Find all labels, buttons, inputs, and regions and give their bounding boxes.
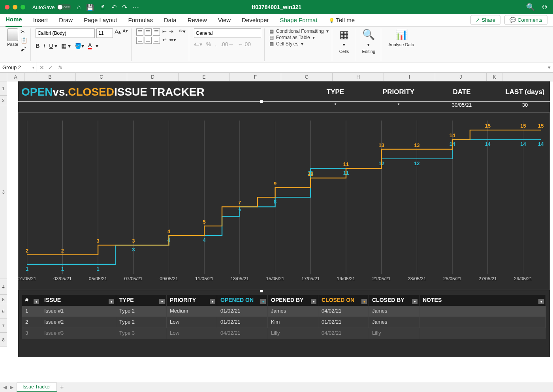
- border-button[interactable]: ▦ ▾: [61, 43, 71, 49]
- table-cell[interactable]: Kim: [268, 317, 318, 328]
- font-size-select[interactable]: [96, 28, 113, 38]
- table-header-cell[interactable]: CLOSED BY: [369, 295, 419, 306]
- tab-view[interactable]: View: [218, 14, 231, 26]
- comments-button[interactable]: 💬 Comments: [504, 15, 547, 25]
- table-cell[interactable]: 1: [22, 306, 41, 317]
- conditional-formatting-button[interactable]: ▦ Conditional Formatting ▾: [269, 28, 329, 34]
- tab-draw[interactable]: Draw: [59, 14, 73, 26]
- search-icon[interactable]: 🔍: [526, 3, 535, 11]
- home-icon[interactable]: ⌂: [77, 4, 81, 11]
- tab-tell-me[interactable]: Tell me: [329, 14, 355, 26]
- tab-developer[interactable]: Developer: [242, 14, 269, 26]
- table-header-cell[interactable]: OPENED ON: [217, 295, 268, 306]
- save-icon[interactable]: 💾: [86, 4, 94, 11]
- underline-button[interactable]: U ▾: [49, 43, 57, 49]
- share-button[interactable]: ↗ Share: [470, 15, 500, 25]
- comma-icon[interactable]: ,: [215, 41, 216, 47]
- alignment-grid[interactable]: [136, 28, 160, 44]
- number-format-select[interactable]: [194, 28, 261, 38]
- tab-review[interactable]: Review: [188, 14, 207, 26]
- table-header-cell[interactable]: NOTES: [419, 295, 546, 306]
- filter-value-type[interactable]: *: [314, 102, 357, 111]
- cell-styles-button[interactable]: ▦ Cell Styles ▾: [269, 41, 329, 47]
- sheet-tab-issue-tracker[interactable]: Issue Tracker: [17, 383, 57, 392]
- analyse-data-button[interactable]: 📊Analyse Data: [386, 28, 416, 47]
- decrease-indent-icon[interactable]: ⇤: [162, 28, 167, 34]
- decrease-decimal-icon[interactable]: ←.00: [238, 41, 251, 47]
- table-cell[interactable]: 01/02/21: [217, 306, 268, 317]
- sheet-nav-next[interactable]: ▶: [10, 384, 13, 390]
- tab-insert[interactable]: Insert: [33, 14, 48, 26]
- table-cell[interactable]: [419, 306, 546, 317]
- add-sheet-button[interactable]: +: [60, 384, 64, 391]
- tab-formulas[interactable]: Formulas: [128, 14, 153, 26]
- orientation-icon[interactable]: ᵃᵇ▾: [179, 28, 186, 34]
- filter-value-priority[interactable]: *: [377, 102, 420, 111]
- sheet-nav-prev[interactable]: ◀: [3, 384, 7, 390]
- cells-button[interactable]: ▦▾Cells: [337, 28, 352, 54]
- table-cell[interactable]: [419, 317, 546, 328]
- zoom-window[interactable]: [21, 5, 25, 9]
- table-header-cell[interactable]: ISSUE: [41, 295, 116, 306]
- table-cell[interactable]: [419, 328, 546, 339]
- cancel-formula-icon[interactable]: ✕: [40, 64, 44, 71]
- redo-icon[interactable]: ↷: [122, 4, 127, 11]
- merge-button[interactable]: ⬌▾: [169, 37, 176, 43]
- table-header-cell[interactable]: #: [22, 295, 41, 306]
- wrap-text-icon[interactable]: ↩: [162, 37, 167, 43]
- name-box[interactable]: Group 2: [0, 62, 36, 72]
- close-window[interactable]: [5, 5, 9, 9]
- filter-value-date[interactable]: 30/05/21: [440, 102, 483, 111]
- autosave-toggle[interactable]: AutoSave OFF: [32, 4, 71, 10]
- formula-input[interactable]: [62, 62, 545, 72]
- table-cell[interactable]: Type 3: [116, 328, 167, 339]
- selection-handle[interactable]: [260, 100, 263, 103]
- format-painter-icon[interactable]: 🖌: [21, 46, 27, 52]
- table-cell[interactable]: 3: [22, 328, 41, 339]
- italic-button[interactable]: I: [43, 43, 45, 49]
- currency-icon[interactable]: 🏷▾: [194, 41, 202, 47]
- more-icon[interactable]: ⋯: [133, 4, 139, 11]
- increase-font-icon[interactable]: A▴: [115, 28, 121, 38]
- tab-shape-format[interactable]: Shape Format: [280, 14, 317, 26]
- increase-decimal-icon[interactable]: .00→: [220, 41, 233, 47]
- enter-formula-icon[interactable]: ✓: [48, 64, 53, 71]
- bold-button[interactable]: B: [36, 43, 40, 49]
- copy-icon[interactable]: 📋: [21, 37, 27, 43]
- table-cell[interactable]: 04/02/21: [318, 306, 369, 317]
- cut-icon[interactable]: ✂: [21, 28, 27, 35]
- table-cell[interactable]: Low: [167, 317, 217, 328]
- tracker-chart[interactable]: 01/05/2103/05/2105/05/2107/05/2109/05/21…: [18, 112, 550, 290]
- undo-icon[interactable]: ↶: [111, 4, 117, 11]
- table-cell[interactable]: 2: [22, 317, 41, 328]
- tab-page-layout[interactable]: Page Layout: [84, 14, 117, 26]
- editing-button[interactable]: 🔍▾Editing: [360, 28, 378, 54]
- save-as-icon[interactable]: 🗎: [100, 4, 106, 11]
- minimize-window[interactable]: [13, 5, 17, 9]
- tab-data[interactable]: Data: [164, 14, 177, 26]
- table-cell[interactable]: James: [369, 306, 419, 317]
- table-row[interactable]: 3Issue #3Type 3Low04/02/21Lilly04/02/21L…: [22, 328, 546, 339]
- filter-value-last[interactable]: 30: [503, 102, 547, 111]
- table-cell[interactable]: Medium: [167, 306, 217, 317]
- table-cell[interactable]: James: [369, 317, 419, 328]
- table-cell[interactable]: 01/02/21: [217, 317, 268, 328]
- decrease-font-icon[interactable]: A▾: [122, 28, 128, 38]
- table-cell[interactable]: Issue #3: [41, 328, 116, 339]
- table-cell[interactable]: Issue #1: [41, 306, 116, 317]
- table-cell[interactable]: Lilly: [369, 328, 419, 339]
- table-cell[interactable]: James: [268, 306, 318, 317]
- table-cell[interactable]: 04/02/21: [217, 328, 268, 339]
- table-cell[interactable]: 01/02/21: [318, 317, 369, 328]
- tab-home[interactable]: Home: [6, 13, 22, 27]
- table-cell[interactable]: Issue #2: [41, 317, 116, 328]
- table-header-cell[interactable]: CLOSED ON: [318, 295, 369, 306]
- table-header-cell[interactable]: TYPE: [116, 295, 167, 306]
- percent-icon[interactable]: %: [206, 41, 211, 47]
- format-as-table-button[interactable]: ▦ Format as Table ▾: [269, 35, 329, 40]
- account-icon[interactable]: ☺: [541, 3, 548, 11]
- fill-color-button[interactable]: 🪣▾: [75, 43, 84, 49]
- table-cell[interactable]: Type 2: [116, 306, 167, 317]
- table-header-cell[interactable]: PRIORITY: [167, 295, 217, 306]
- table-header-cell[interactable]: OPENED BY: [268, 295, 318, 306]
